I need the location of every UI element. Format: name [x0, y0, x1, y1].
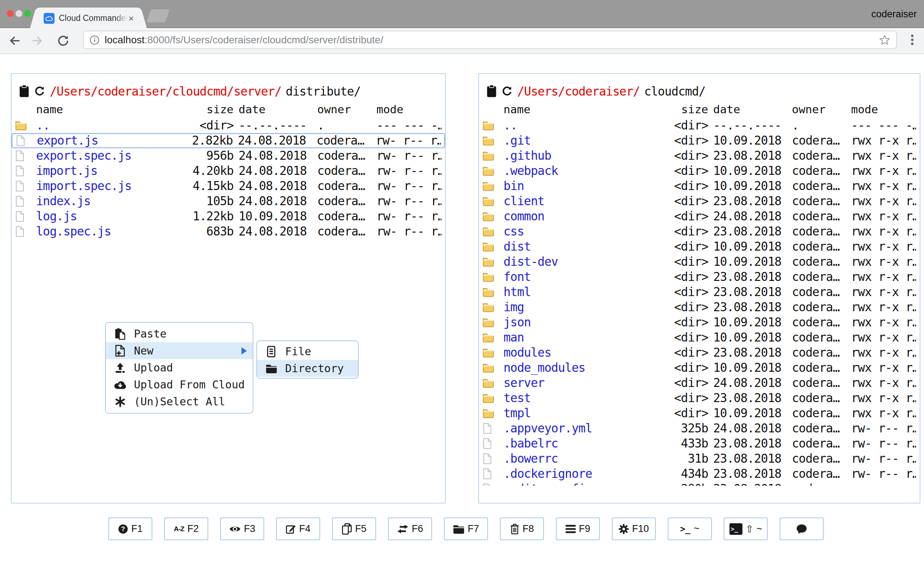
view-button[interactable]: F3 [220, 517, 264, 540]
clipboard-icon[interactable] [486, 85, 497, 98]
file-name-link[interactable]: .babelrc [504, 436, 657, 451]
file-row[interactable]: test<dir>23.08.2018codera…rwx r-x r… [479, 390, 920, 406]
file-name-link[interactable]: test [504, 390, 657, 406]
file-row[interactable]: export.spec.js956b24.08.2018codera…rw- r… [11, 148, 445, 163]
file-name-link[interactable]: html [504, 285, 657, 300]
file-name-link[interactable]: dist [504, 239, 657, 254]
file-row[interactable]: log.js1.22kb10.09.2018codera…rw- r-- r… [11, 209, 445, 224]
delete-button[interactable]: F8 [500, 517, 544, 540]
menu-item-file[interactable]: File [257, 343, 358, 360]
window-close-button[interactable] [7, 10, 14, 17]
menu-button[interactable]: F9 [556, 517, 600, 540]
file-row[interactable]: ..<dir>--.--.----.--- --- -… [11, 118, 445, 133]
file-name-link[interactable]: common [504, 209, 657, 224]
move-button[interactable]: F6 [388, 517, 432, 540]
refresh-icon[interactable] [501, 85, 513, 97]
file-row[interactable]: dist<dir>10.09.2018codera…rwx r-x r… [479, 239, 920, 254]
file-row[interactable]: .github<dir>23.08.2018codera…rwx r-x r… [479, 148, 920, 163]
refresh-icon[interactable] [34, 85, 45, 97]
file-name-link[interactable]: bin [504, 179, 657, 193]
menu-item-new[interactable]: New [106, 342, 253, 359]
console-button[interactable]: >_~ [668, 517, 712, 540]
column-header-owner[interactable]: owner [792, 103, 846, 116]
page-info-icon[interactable] [89, 35, 100, 45]
file-row[interactable]: client<dir>23.08.2018codera…rwx r-x r… [479, 193, 920, 209]
chat-button[interactable] [780, 517, 824, 540]
file-name-link[interactable]: img [504, 300, 657, 315]
file-name-link[interactable]: export.spec.js [36, 148, 183, 163]
column-header-name[interactable]: name [36, 103, 183, 116]
file-name-link[interactable]: .webpack [504, 163, 657, 179]
file-row[interactable]: log.spec.js683b24.08.2018codera…rw- r-- … [11, 224, 445, 239]
file-row[interactable]: man<dir>10.09.2018codera…rwx r-x r… [479, 330, 920, 345]
clipboard-icon[interactable] [19, 85, 30, 98]
tab-close-icon[interactable]: × [129, 14, 134, 23]
column-header-date[interactable]: date [713, 103, 787, 116]
file-name-link[interactable]: css [504, 224, 657, 239]
file-row[interactable]: .webpack<dir>10.09.2018codera…rwx r-x r… [479, 163, 920, 179]
file-row[interactable]: css<dir>23.08.2018codera…rwx r-x r… [479, 224, 920, 239]
column-header-date[interactable]: date [239, 103, 312, 116]
forward-button[interactable] [29, 32, 47, 50]
edit-button[interactable]: F4 [276, 517, 320, 540]
config-button[interactable]: F10 [612, 517, 656, 540]
column-header-mode[interactable]: mode [376, 103, 441, 116]
file-row[interactable]: font<dir>23.08.2018codera…rwx r-x r… [479, 269, 920, 285]
rename-button[interactable]: A-ZF2 [164, 517, 208, 540]
menu-item-upload-from-cloud[interactable]: Upload From Cloud [106, 376, 253, 393]
column-header-size[interactable]: size [188, 103, 234, 116]
file-name-link[interactable]: import.js [36, 163, 183, 179]
menu-item-directory[interactable]: Directory [257, 360, 358, 377]
file-name-link[interactable]: .bowerrc [504, 451, 657, 466]
file-row[interactable]: modules<dir>23.08.2018codera…rwx r-x r… [479, 345, 920, 360]
column-header-size[interactable]: size [663, 103, 708, 116]
file-name-link[interactable]: .github [504, 148, 657, 163]
file-name-link[interactable]: modules [504, 345, 657, 360]
reload-button[interactable] [54, 32, 72, 50]
column-header-name[interactable]: name [504, 103, 657, 116]
file-row[interactable]: import.js4.20kb24.08.2018codera…rw- r-- … [11, 163, 445, 179]
browser-menu-icon[interactable] [911, 33, 914, 47]
column-header-mode[interactable]: mode [851, 103, 916, 116]
file-row[interactable]: bin<dir>10.09.2018codera…rwx r-x r… [479, 179, 920, 193]
new-tab-button[interactable] [147, 10, 170, 23]
terminal-button[interactable]: >_⇧ ~ [724, 517, 768, 540]
file-row[interactable]: .babelrc433b23.08.2018codera…rw- r-- r… [479, 436, 920, 451]
file-name-link[interactable]: tmpl [504, 406, 657, 421]
menu-item-upload[interactable]: Upload [106, 359, 253, 376]
help-button[interactable]: ?F1 [108, 517, 152, 540]
file-row[interactable]: .appveyor.yml325b24.08.2018codera…rw- r-… [479, 421, 920, 436]
file-name-link[interactable]: .editorconfig [504, 482, 657, 486]
bookmark-star-icon[interactable] [879, 34, 890, 46]
file-name-link[interactable]: .. [504, 118, 657, 133]
browser-tab[interactable]: Cloud Commander - /Users/cod × [38, 8, 139, 29]
file-row[interactable]: index.js105b24.08.2018codera…rw- r-- r… [11, 193, 445, 209]
file-row[interactable]: dist-dev<dir>10.09.2018codera…rwx r-x r… [479, 254, 920, 269]
file-row[interactable]: common<dir>24.08.2018codera…rwx r-x r… [479, 209, 920, 224]
file-row[interactable]: .git<dir>10.09.2018codera…rwx r-x r… [479, 133, 920, 148]
window-zoom-button[interactable] [24, 10, 31, 17]
path-parent-links[interactable]: /Users/coderaiser/ [517, 84, 640, 98]
column-header-owner[interactable]: owner [317, 103, 372, 116]
file-name-link[interactable]: json [504, 315, 657, 330]
file-name-link[interactable]: import.spec.js [36, 179, 183, 193]
file-name-link[interactable]: .appveyor.yml [504, 421, 657, 436]
file-name-link[interactable]: .dockerignore [504, 466, 657, 482]
file-row[interactable]: html<dir>23.08.2018codera…rwx r-x r… [479, 285, 920, 300]
file-row[interactable]: .editorconfig280b23.08.2018codera…rw- r-… [479, 482, 920, 486]
path-parent-links[interactable]: /Users/coderaiser/cloudcmd/server/ [50, 84, 281, 98]
url-text[interactable]: localhost:8000/fs/Users/coderaiser/cloud… [105, 34, 383, 46]
file-row[interactable]: tmpl<dir>10.09.2018codera…rwx r-x r… [479, 406, 920, 421]
file-name-link[interactable]: .git [504, 133, 657, 148]
file-name-link[interactable]: export.js [37, 133, 182, 148]
file-row[interactable]: ..<dir>--.--.----.--- --- -… [479, 118, 920, 133]
file-name-link[interactable]: log.js [36, 209, 183, 224]
file-name-link[interactable]: log.spec.js [36, 224, 183, 239]
file-row-current[interactable]: export.js2.82kb24.08.2018codera…rw- r-- … [11, 133, 445, 148]
file-name-link[interactable]: index.js [36, 193, 183, 209]
file-row[interactable]: img<dir>23.08.2018codera…rwx r-x r… [479, 300, 920, 315]
menu-item-un-select-all[interactable]: (Un)Select All [106, 393, 253, 410]
file-row[interactable]: json<dir>10.09.2018codera…rwx r-x r… [479, 315, 920, 330]
new-dir-button[interactable]: F7 [444, 517, 488, 540]
address-bar[interactable]: localhost:8000/fs/Users/coderaiser/cloud… [83, 31, 897, 49]
